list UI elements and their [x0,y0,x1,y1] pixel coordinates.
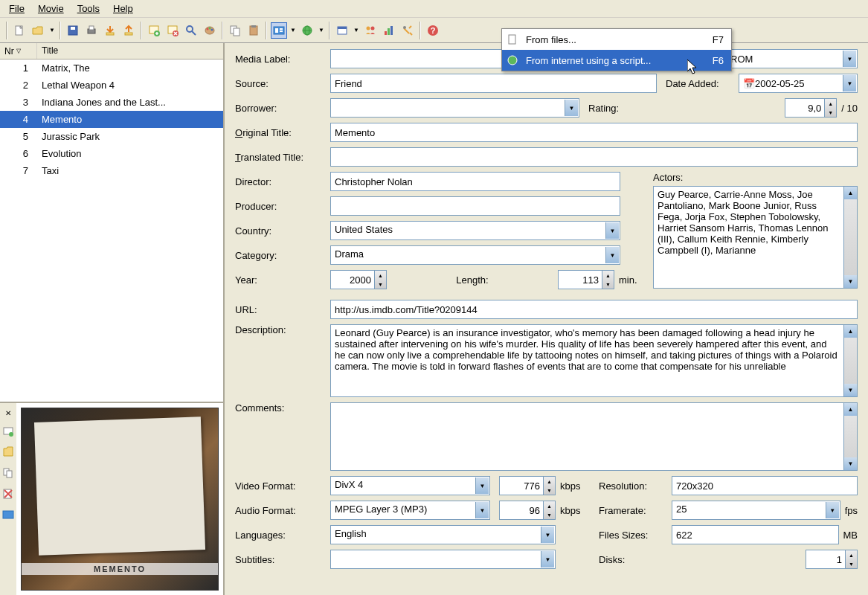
movie-list: Nr ▽ Title 1Matrix, The2Lethal Weapon 43… [0,43,223,402]
open-dropdown[interactable]: ▼ [48,27,56,33]
length-unit: min. [619,274,644,286]
disks-spinner[interactable]: ▲▼ [845,550,857,568]
svg-rect-32 [390,26,393,35]
description-field[interactable]: Leonard (Guy Pearce) is an insurance inv… [330,324,844,397]
source-field[interactable] [330,74,657,93]
get-info-icon[interactable] [271,22,287,39]
menu-file[interactable]: File [3,1,30,16]
svg-rect-19 [251,25,256,28]
rating-spinner[interactable]: ▲▼ [824,99,836,117]
chevron-down-icon[interactable]: ▼ [475,477,489,494]
new-icon[interactable] [11,22,28,39]
audio-format-combo[interactable]: MPEG Layer 3 (MP3)▼ [330,501,490,520]
export-icon[interactable] [120,22,137,39]
svg-rect-17 [234,28,239,36]
copy-icon[interactable] [227,22,243,39]
chevron-down-icon[interactable]: ▼ [605,247,619,263]
list-row[interactable]: 4Memento [0,111,223,128]
video-bitrate-spinner[interactable]: ▲▼ [543,477,555,495]
stats-icon[interactable] [381,22,397,39]
list-row[interactable]: 5Jurassic Park [0,128,223,145]
globe-dropdown[interactable]: ▼ [318,27,325,33]
url-field[interactable] [330,300,858,319]
list-row[interactable]: 6Evolution [0,145,223,162]
resolution-field[interactable] [672,476,858,495]
borrower-combo[interactable]: ▼ [330,98,579,118]
help-icon[interactable]: ? [425,22,441,39]
import-icon[interactable] [102,22,118,39]
original-title-field[interactable] [330,123,858,142]
add-icon[interactable] [146,22,162,39]
chevron-down-icon[interactable]: ▼ [826,502,839,518]
poster-copy-icon[interactable] [1,466,15,480]
comments-field[interactable] [330,402,844,471]
delete-icon[interactable] [164,22,181,39]
get-info-dropdown[interactable]: ▼ [289,27,297,33]
col-header-title[interactable]: Title [37,43,223,59]
chevron-down-icon[interactable]: ▼ [565,100,578,116]
globe-icon[interactable] [299,22,315,39]
category-combo[interactable]: Drama▼ [330,245,620,265]
open-icon[interactable] [30,22,46,39]
svg-rect-6 [125,33,132,35]
poster-add-icon[interactable] [1,425,15,438]
settings-icon[interactable] [399,22,416,39]
list-row[interactable]: 2Lethal Weapon 4 [0,77,223,94]
actors-field[interactable]: Guy Pearce, Carrie-Anne Moss, Joe Pantol… [653,186,844,289]
menu-from-internet[interactable]: From internet using a script... F6 [502,50,731,71]
video-format-combo[interactable]: DivX 4▼ [330,476,490,495]
svg-rect-21 [275,28,278,33]
date-added-combo[interactable]: 📅 2002-05-25 ▼ [739,74,858,93]
comments-scrollbar[interactable]: ▲▼ [844,402,858,471]
chevron-down-icon[interactable]: ▼ [843,51,856,67]
file-sizes-field[interactable] [672,525,839,544]
palette-icon[interactable] [202,22,218,39]
form-pane: Media Label: 💿CD-ROM ▼ Source: Date Adde… [225,43,868,595]
svg-text:?: ? [431,26,436,35]
chevron-down-icon[interactable]: ▼ [541,551,554,567]
menu-from-files-shortcut: F7 [713,34,724,45]
producer-field[interactable] [330,196,620,216]
description-scrollbar[interactable]: ▲▼ [844,324,858,397]
list-row[interactable]: 3Indiana Jones and the Last... [0,94,223,111]
menu-help[interactable]: Help [107,1,139,16]
chevron-down-icon[interactable]: ▼ [605,222,619,239]
year-spinner[interactable]: ▲▼ [374,271,386,289]
length-spinner[interactable]: ▲▼ [602,271,614,289]
framerate-combo[interactable]: 25▼ [672,501,840,520]
paste-icon[interactable] [245,22,262,39]
window-dropdown[interactable]: ▼ [353,27,360,33]
menu-from-files[interactable]: From files... F7 [502,29,731,50]
users-icon[interactable] [362,22,379,39]
menu-movie[interactable]: Movie [32,1,70,16]
svg-rect-42 [509,35,515,44]
print-icon[interactable] [83,22,100,39]
menu-tools[interactable]: Tools [71,1,106,16]
save-icon[interactable] [65,22,81,39]
chevron-down-icon[interactable]: ▼ [541,527,554,543]
list-row[interactable]: 7Taxi [0,162,223,179]
window-icon[interactable] [334,22,350,39]
svg-point-43 [508,56,517,65]
director-field[interactable] [330,172,620,191]
label-disks: Disks: [590,554,672,565]
translated-title-field[interactable] [330,147,858,167]
label-producer: Producer: [235,201,330,212]
actors-scrollbar[interactable]: ▲▼ [844,186,858,289]
poster-delete-icon[interactable] [1,487,15,501]
get-info-menu: From files... F7 From internet using a s… [501,28,732,71]
chevron-down-icon[interactable]: ▼ [843,75,856,91]
svg-rect-39 [7,471,12,477]
search-icon[interactable] [183,22,199,39]
close-icon[interactable]: ✕ [5,409,11,417]
col-header-nr[interactable]: Nr ▽ [0,43,37,59]
subtitles-combo[interactable]: ▼ [330,550,556,569]
chevron-down-icon[interactable]: ▼ [475,502,489,518]
languages-combo[interactable]: English▼ [330,525,556,544]
country-combo[interactable]: United States▼ [330,221,620,240]
label-audio-format: Audio Format: [235,505,330,516]
poster-edit-icon[interactable] [1,446,15,459]
poster-info-icon[interactable] [1,508,15,521]
audio-bitrate-spinner[interactable]: ▲▼ [543,501,555,519]
list-row[interactable]: 1Matrix, The [0,60,223,77]
